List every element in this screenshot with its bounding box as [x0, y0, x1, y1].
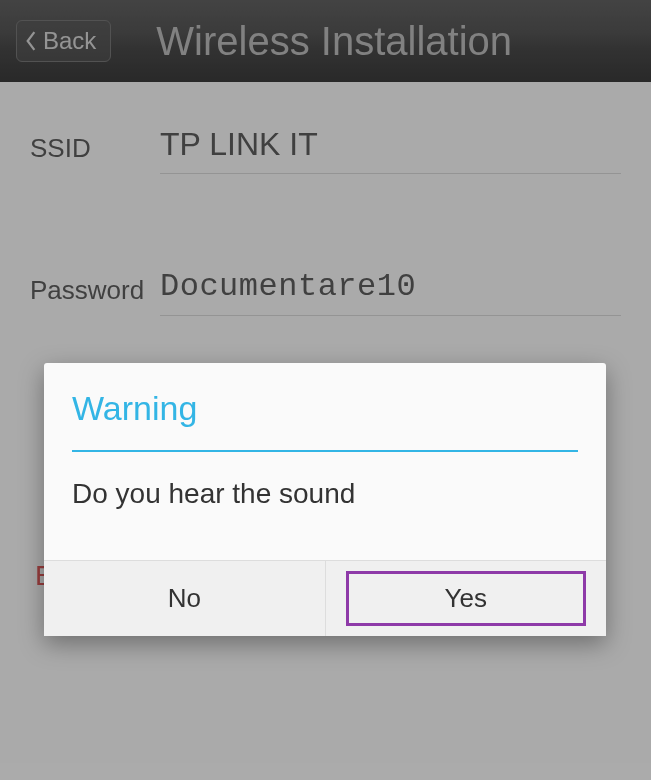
dialog-button-row: No Yes — [44, 560, 606, 636]
dialog-message: Do you hear the sound — [44, 452, 606, 560]
dialog-title: Warning — [44, 363, 606, 450]
no-button-label: No — [168, 583, 201, 613]
no-button[interactable]: No — [44, 561, 326, 636]
yes-button-label: Yes — [445, 583, 487, 613]
warning-dialog: Warning Do you hear the sound No Yes — [44, 363, 606, 636]
yes-button[interactable]: Yes — [326, 561, 607, 636]
